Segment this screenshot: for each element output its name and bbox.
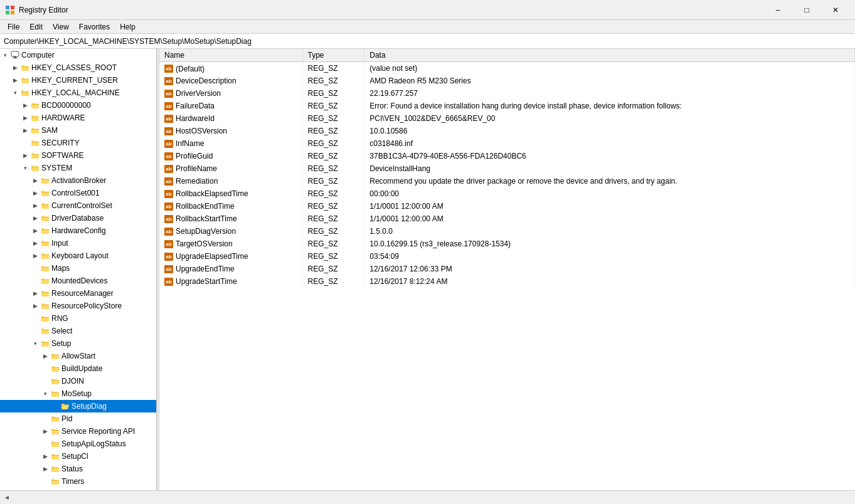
- tree-item-bcd00000000[interactable]: ▶BCD00000000: [0, 99, 156, 112]
- tree-item-maps[interactable]: ▶Maps: [0, 262, 156, 275]
- tree-item-setuplapi_logstatus[interactable]: ▶SetupApiLogStatus: [0, 438, 156, 450]
- menu-view[interactable]: View: [48, 21, 74, 33]
- tree-toggle-input[interactable]: ▶: [30, 238, 40, 248]
- tree-item-hkey_classes_root[interactable]: ▶HKEY_CLASSES_ROOT: [0, 61, 156, 74]
- tree-item-rng[interactable]: ▶RNG: [0, 312, 156, 325]
- tree-toggle-hardware[interactable]: ▶: [20, 113, 30, 123]
- tree-item-status[interactable]: ▶Status: [0, 463, 156, 475]
- tree-toggle-resourcemanager[interactable]: ▶: [30, 288, 40, 298]
- cell-type: REG_SZ: [302, 175, 364, 187]
- maximize-button[interactable]: □: [792, 0, 821, 20]
- tree-toggle-currentcontrolset[interactable]: ▶: [30, 201, 40, 211]
- tree-item-activationbroker[interactable]: ▶ActivationBroker: [0, 174, 156, 187]
- tree-item-servicereportingapi[interactable]: ▶Service Reporting API: [0, 425, 156, 438]
- tree-item-system[interactable]: ▾SYSTEM: [0, 162, 156, 174]
- tree-toggle-sam[interactable]: ▶: [20, 125, 30, 135]
- table-row[interactable]: ab DeviceDescriptionREG_SZAMD Radeon R5 …: [159, 75, 855, 87]
- tree-item-select[interactable]: ▶Select: [0, 325, 156, 337]
- tree-item-resourcemanager[interactable]: ▶ResourceManager: [0, 287, 156, 300]
- menu-file[interactable]: File: [3, 21, 24, 33]
- table-row[interactable]: ab RemediationREG_SZRecommend you update…: [159, 175, 855, 187]
- tree-toggle-controlset001[interactable]: ▶: [30, 188, 40, 198]
- table-row[interactable]: ab ProfileNameREG_SZDeviceInstallHang: [159, 162, 855, 175]
- table-row[interactable]: ab FailureDataREG_SZError: Found a devic…: [159, 100, 855, 112]
- menu-edit[interactable]: Edit: [24, 21, 48, 33]
- tree-toggle-bcd00000000[interactable]: ▶: [20, 100, 30, 110]
- tree-toggle-setupcl[interactable]: ▶: [40, 451, 50, 461]
- folder-icon-keyboardlayout: [40, 251, 50, 261]
- table-row[interactable]: ab UpgradeEndTimeREG_SZ12/16/2017 12:06:…: [159, 263, 855, 275]
- menu-help[interactable]: Help: [115, 21, 141, 33]
- cell-data: 12/16/2017 12:06:33 PM: [364, 263, 855, 275]
- tree-item-controlset001[interactable]: ▶ControlSet001: [0, 187, 156, 199]
- tree-item-hkey_current_user[interactable]: ▶HKEY_CURRENT_USER: [0, 74, 156, 87]
- tree-item-currentcontrolset[interactable]: ▶CurrentControlSet: [0, 199, 156, 212]
- tree-toggle-allowstart[interactable]: ▶: [40, 351, 50, 361]
- tree-toggle-system[interactable]: ▾: [20, 163, 30, 173]
- tree-toggle-status[interactable]: ▶: [40, 464, 50, 474]
- tree-item-sam[interactable]: ▶SAM: [0, 124, 156, 137]
- cell-data: 00:00:00: [364, 187, 855, 200]
- tree-item-security[interactable]: ▶SECURITY: [0, 137, 156, 149]
- tree-toggle-mosetup[interactable]: ▾: [40, 389, 50, 399]
- tree-toggle-setup[interactable]: ▾: [30, 339, 40, 349]
- table-row[interactable]: ab HardwareIdREG_SZPCI\VEN_1002&DEV_6665…: [159, 112, 855, 125]
- tree-toggle-hkey_current_user[interactable]: ▶: [10, 75, 20, 85]
- tree-item-computer[interactable]: ▾Computer: [0, 49, 156, 61]
- tree-toggle-computer[interactable]: ▾: [0, 50, 10, 60]
- table-row[interactable]: ab ProfileGuidREG_SZ37BB1C3A-4D79-40E8-A…: [159, 150, 855, 162]
- tree-item-pid[interactable]: ▶Pid: [0, 412, 156, 425]
- tree-toggle-hkey_classes_root[interactable]: ▶: [10, 63, 20, 73]
- tree-toggle-keyboardlayout[interactable]: ▶: [30, 251, 40, 261]
- folder-icon-hkey_local_machine: [20, 88, 30, 98]
- tree-item-keyboardlayout[interactable]: ▶Keyboard Layout: [0, 249, 156, 262]
- table-row[interactable]: ab HostOSVersionREG_SZ10.0.10586: [159, 125, 855, 137]
- table-row[interactable]: ab UpgradeStartTimeREG_SZ12/16/2017 8:12…: [159, 275, 855, 288]
- tree-toggle-hkey_local_machine[interactable]: ▾: [10, 88, 20, 98]
- tree-toggle-hardwareconfig[interactable]: ▶: [30, 226, 40, 236]
- tree-label-resourcepolicystore: ResourcePolicyStore: [51, 300, 122, 312]
- tree-label-resourcemanager: ResourceManager: [51, 287, 114, 300]
- tree-item-hkey_local_machine[interactable]: ▾HKEY_LOCAL_MACHINE: [0, 87, 156, 99]
- tree-item-hardwareconfig[interactable]: ▶HardwareConfig: [0, 224, 156, 237]
- tree-item-resourcepolicystore[interactable]: ▶ResourcePolicyStore: [0, 300, 156, 312]
- folder-icon-allowstart: [50, 351, 60, 361]
- table-row[interactable]: ab TargetOSVersionREG_SZ10.0.16299.15 (r…: [159, 238, 855, 250]
- tree-item-setupdiag[interactable]: ▶SetupDiag: [0, 400, 156, 412]
- table-row[interactable]: ab (Default)REG_SZ(value not set): [159, 62, 855, 75]
- table-row[interactable]: ab UpgradeElapsedTimeREG_SZ03:54:09: [159, 250, 855, 263]
- tree-item-mounteddevices[interactable]: ▶MountedDevices: [0, 275, 156, 287]
- table-row[interactable]: ab RollbackEndTimeREG_SZ1/1/0001 12:00:0…: [159, 200, 855, 213]
- tree-item-allowstart[interactable]: ▶AllowStart: [0, 350, 156, 362]
- tree-item-setupcl[interactable]: ▶SetupCl: [0, 450, 156, 463]
- tree-toggle-activationbroker[interactable]: ▶: [30, 176, 40, 186]
- tree-item-input[interactable]: ▶Input: [0, 237, 156, 249]
- tree-item-driverdatabase[interactable]: ▶DriverDatabase: [0, 212, 156, 224]
- tree-item-software2[interactable]: ▶Software: [0, 488, 156, 490]
- tree-toggle-software[interactable]: ▶: [20, 150, 30, 160]
- table-row[interactable]: ab DriverVersionREG_SZ22.19.677.257: [159, 87, 855, 100]
- tree-toggle-driverdatabase[interactable]: ▶: [30, 213, 40, 223]
- cell-name: ab ProfileGuid: [159, 150, 302, 162]
- table-row[interactable]: ab RollbackElapsedTimeREG_SZ00:00:00: [159, 187, 855, 200]
- tree-toggle-resourcepolicystore[interactable]: ▶: [30, 301, 40, 311]
- tree-pane[interactable]: ▾Computer▶HKEY_CLASSES_ROOT▶HKEY_CURRENT…: [0, 49, 157, 490]
- tree-toggle-software2[interactable]: ▶: [30, 489, 40, 490]
- tree-item-hardware[interactable]: ▶HARDWARE: [0, 112, 156, 124]
- tree-toggle-servicereportingapi[interactable]: ▶: [40, 426, 50, 436]
- tree-item-djoin[interactable]: ▶DJOIN: [0, 375, 156, 387]
- menu-favorites[interactable]: Favorites: [74, 21, 115, 33]
- minimize-button[interactable]: –: [763, 0, 792, 20]
- table-row[interactable]: ab InfNameREG_SZc0318486.inf: [159, 137, 855, 150]
- tree-item-software[interactable]: ▶SOFTWARE: [0, 149, 156, 162]
- table-row[interactable]: ab SetupDiagVersionREG_SZ1.5.0.0: [159, 225, 855, 238]
- table-row[interactable]: ab RollbackStartTimeREG_SZ1/1/0001 12:00…: [159, 213, 855, 225]
- tree-label-setupdiag: SetupDiag: [72, 400, 107, 412]
- tree-item-timers[interactable]: ▶Timers: [0, 475, 156, 488]
- tree-item-setup[interactable]: ▾Setup: [0, 337, 156, 350]
- scroll-left-icon[interactable]: ◄: [4, 494, 10, 501]
- detail-pane[interactable]: Name Type Data ab (Default)REG_SZ(value …: [159, 49, 855, 490]
- tree-item-buildupdate[interactable]: ▶BuildUpdate: [0, 362, 156, 375]
- close-button[interactable]: ✕: [821, 0, 850, 20]
- tree-item-mosetup[interactable]: ▾MoSetup: [0, 387, 156, 400]
